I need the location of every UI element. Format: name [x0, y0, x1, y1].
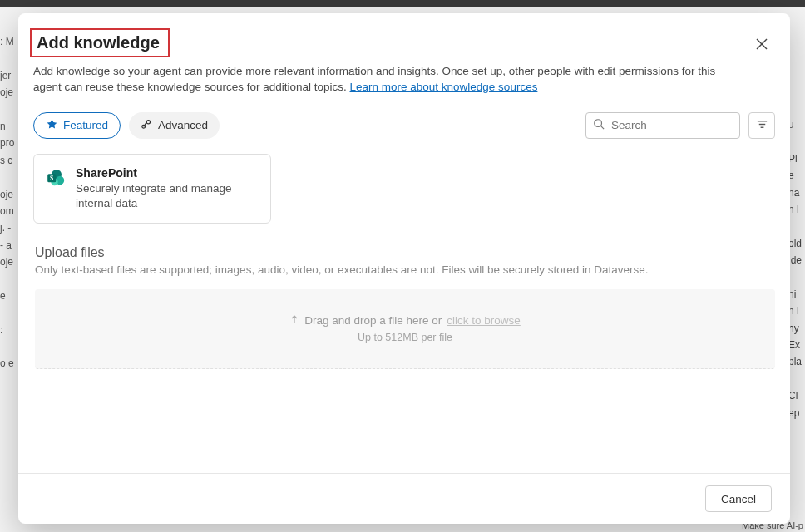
- dropzone-limit: Up to 512MB per file: [358, 332, 452, 343]
- filter-icon: [756, 118, 768, 133]
- close-button[interactable]: [753, 37, 770, 53]
- svg-line-5: [601, 126, 605, 129]
- filter-button[interactable]: [748, 112, 775, 139]
- sharepoint-card-desc: Securely integrate and manage internal d…: [76, 181, 259, 211]
- upload-icon: [289, 314, 299, 327]
- svg-point-3: [146, 120, 150, 123]
- upload-title: Upload files: [35, 245, 775, 260]
- toolbar: Featured Advanced: [18, 96, 790, 139]
- search-input[interactable]: [610, 118, 753, 132]
- modal-footer: Cancel: [18, 473, 790, 524]
- connector-icon: [141, 118, 153, 133]
- sharepoint-icon: S: [46, 168, 66, 188]
- svg-text:S: S: [50, 175, 53, 182]
- upload-subtitle: Only text-based files are supported; ima…: [35, 264, 775, 276]
- svg-point-4: [595, 120, 602, 127]
- cancel-button[interactable]: Cancel: [705, 485, 772, 512]
- upload-section: Upload files Only text-based files are s…: [18, 224, 790, 276]
- search-icon: [593, 118, 605, 133]
- learn-more-link[interactable]: Learn more about knowledge sources: [350, 81, 538, 93]
- modal-backdrop: Add knowledge Add knowledge so your agen…: [0, 0, 805, 532]
- tab-advanced[interactable]: Advanced: [129, 112, 220, 139]
- upload-dropzone[interactable]: Drag and drop a file here or click to br…: [35, 289, 775, 369]
- tab-advanced-label: Advanced: [158, 119, 208, 131]
- sharepoint-card[interactable]: S SharePoint Securely integrate and mana…: [33, 154, 271, 224]
- sharepoint-card-text: SharePoint Securely integrate and manage…: [76, 166, 259, 211]
- tab-featured[interactable]: Featured: [33, 112, 121, 139]
- source-cards-row: S SharePoint Securely integrate and mana…: [18, 139, 790, 224]
- modal-body-spacer: [18, 369, 790, 473]
- tab-featured-label: Featured: [63, 119, 108, 131]
- modal-header: Add knowledge: [18, 13, 790, 57]
- sharepoint-card-title: SharePoint: [76, 166, 259, 180]
- modal-subtitle: Add knowledge so your agent can provide …: [18, 57, 750, 96]
- close-icon: [756, 38, 768, 52]
- search-box[interactable]: [585, 112, 740, 139]
- click-to-browse-link[interactable]: click to browse: [447, 314, 521, 327]
- dropzone-line1: Drag and drop a file here or click to br…: [289, 314, 521, 327]
- star-icon: [46, 118, 58, 133]
- modal-title: Add knowledge: [37, 33, 160, 52]
- add-knowledge-modal: Add knowledge Add knowledge so your agen…: [18, 13, 790, 524]
- title-highlight: Add knowledge: [30, 28, 170, 57]
- dropzone-text: Drag and drop a file here or: [304, 314, 442, 327]
